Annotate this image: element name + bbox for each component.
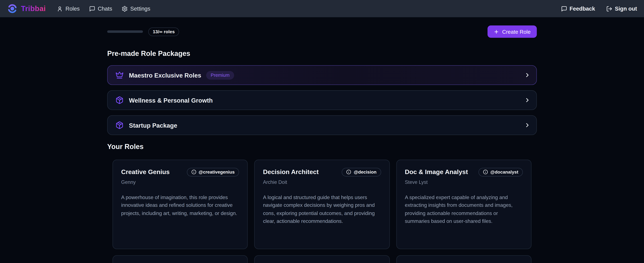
role-description: A powerhouse of imagination, this role p… <box>121 194 239 217</box>
packages-section-title: Pre-made Role Packages <box>107 49 537 58</box>
roles-toolbar: 13/∞ roles Create Role <box>107 25 537 38</box>
user-icon <box>57 5 63 12</box>
chat-icon <box>89 5 95 12</box>
role-card-creative-genius[interactable]: Creative Genius @creativegenius Genny A … <box>112 160 248 249</box>
plus-icon <box>494 29 499 34</box>
main-content: 13/∞ roles Create Role Pre-made Role Pac… <box>107 25 537 263</box>
role-description: A logical and structured guide that help… <box>263 194 381 226</box>
role-card-doc-image-analyst[interactable]: Doc & Image Analyst @docanalyst Steve Ly… <box>396 160 532 249</box>
package-icon <box>115 121 124 129</box>
info-icon <box>191 170 196 175</box>
roles-progress-bar <box>107 30 143 33</box>
nav-label: Roles <box>66 5 80 12</box>
top-navbar: Tribbai Roles Chats Settings <box>0 0 644 17</box>
role-subtitle: Steve Lyst <box>405 179 523 185</box>
primary-nav: Roles Chats Settings <box>57 5 150 12</box>
feedback-chat-icon <box>561 5 567 12</box>
sign-out-icon <box>606 5 612 12</box>
role-handle: @creativegenius <box>198 170 234 175</box>
card-header: Creative Genius @creativegenius <box>121 168 239 176</box>
package-label: Maestro Exclusive Roles <box>129 72 201 78</box>
crown-icon <box>115 71 124 79</box>
premium-badge: Premium <box>206 71 234 79</box>
package-row-wellness[interactable]: Wellness & Personal Growth <box>107 90 537 110</box>
feedback-label: Feedback <box>570 5 595 12</box>
role-handle: @decision <box>354 170 377 175</box>
info-icon <box>483 170 488 175</box>
role-handle-badge[interactable]: @decision <box>342 168 381 176</box>
role-description: A specialized expert capable of analyzin… <box>405 194 523 226</box>
your-roles-section-title: Your Roles <box>107 142 537 151</box>
role-card-partial[interactable] <box>112 255 248 263</box>
feedback-button[interactable]: Feedback <box>561 5 595 12</box>
package-label: Startup Package <box>129 122 177 129</box>
tribbai-logo-icon <box>7 3 18 14</box>
brand-name: Tribbai <box>21 4 46 13</box>
role-cards-grid-row-2 <box>107 255 537 263</box>
nav-item-roles[interactable]: Roles <box>57 5 80 12</box>
role-card-decision-architect[interactable]: Decision Architect @decision Archie Doit… <box>254 160 390 249</box>
card-header: Doc & Image Analyst @docanalyst <box>405 168 523 176</box>
nav-label: Chats <box>98 5 112 12</box>
role-card-partial[interactable] <box>396 255 532 263</box>
nav-item-chats[interactable]: Chats <box>89 5 112 12</box>
role-subtitle: Archie Doit <box>263 179 381 185</box>
package-icon <box>115 96 124 104</box>
package-label: Wellness & Personal Growth <box>129 97 213 104</box>
sign-out-label: Sign out <box>615 5 637 12</box>
brand-logo[interactable]: Tribbai <box>7 3 46 14</box>
chevron-right-icon <box>524 72 531 78</box>
role-title: Doc & Image Analyst <box>405 168 468 176</box>
sign-out-button[interactable]: Sign out <box>606 5 637 12</box>
role-handle-badge[interactable]: @docanalyst <box>478 168 523 176</box>
app-root: Tribbai Roles Chats Settings <box>0 0 644 263</box>
navbar-right: Feedback Sign out <box>561 5 637 12</box>
role-title: Creative Genius <box>121 168 170 176</box>
chevron-right-icon <box>524 122 531 128</box>
nav-label: Settings <box>130 5 150 12</box>
package-row-startup[interactable]: Startup Package <box>107 115 537 135</box>
role-title: Decision Architect <box>263 168 319 176</box>
role-card-partial[interactable] <box>254 255 390 263</box>
role-subtitle: Genny <box>121 179 239 185</box>
role-handle: @docanalyst <box>490 170 518 175</box>
info-icon <box>346 170 352 175</box>
create-role-button[interactable]: Create Role <box>487 25 537 38</box>
card-header: Decision Architect @decision <box>263 168 381 176</box>
nav-item-settings[interactable]: Settings <box>122 5 150 12</box>
role-handle-badge[interactable]: @creativegenius <box>187 168 239 176</box>
package-row-maestro[interactable]: Maestro Exclusive Roles Premium <box>107 65 537 85</box>
navbar-left: Tribbai Roles Chats Settings <box>7 3 150 14</box>
chevron-right-icon <box>524 97 531 103</box>
role-cards-grid: Creative Genius @creativegenius Genny A … <box>107 160 537 249</box>
roles-count-badge: 13/∞ roles <box>148 27 179 36</box>
gear-icon <box>122 5 128 12</box>
create-role-label: Create Role <box>502 28 530 35</box>
